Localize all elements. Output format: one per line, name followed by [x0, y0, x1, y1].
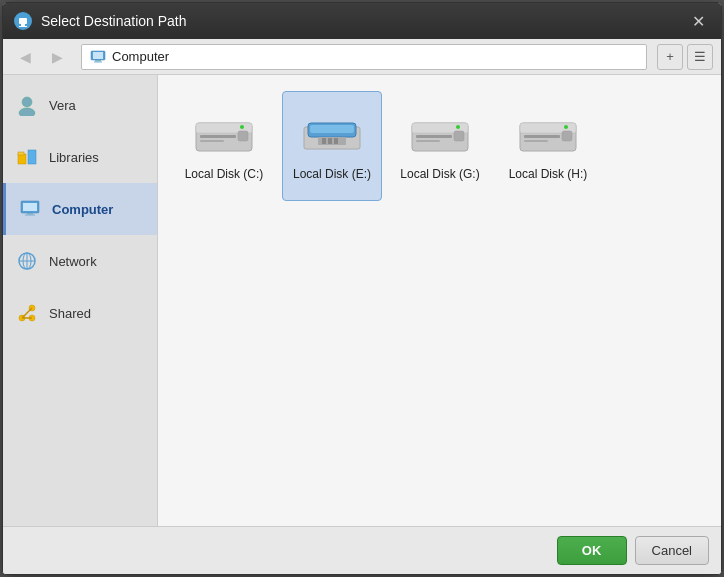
svg-rect-30 — [238, 131, 248, 141]
sidebar-label-shared: Shared — [49, 306, 91, 321]
svg-rect-43 — [454, 131, 464, 141]
forward-button[interactable]: ▶ — [43, 44, 71, 70]
drive-item-e[interactable]: Local Disk (E:) — [282, 91, 382, 201]
sidebar-item-vera[interactable]: Vera — [3, 79, 157, 131]
svg-rect-34 — [310, 125, 354, 133]
computer-icon — [90, 49, 106, 65]
footer: OK Cancel — [3, 526, 721, 574]
svg-rect-37 — [328, 138, 332, 144]
network-icon — [15, 249, 39, 273]
breadcrumb-text: Computer — [112, 49, 169, 64]
dialog-title: Select Destination Path — [41, 13, 685, 29]
svg-rect-36 — [322, 138, 326, 144]
sidebar-label-vera: Vera — [49, 98, 76, 113]
sidebar-item-network[interactable]: Network — [3, 235, 157, 287]
drive-label-g: Local Disk (G:) — [400, 167, 479, 181]
svg-rect-48 — [524, 140, 548, 142]
app-icon — [13, 11, 33, 31]
cancel-button[interactable]: Cancel — [635, 536, 709, 565]
drive-item-h[interactable]: Local Disk (H:) — [498, 91, 598, 201]
drive-label-c: Local Disk (C:) — [185, 167, 264, 181]
sidebar-item-shared[interactable]: Shared — [3, 287, 157, 339]
dialog: Select Destination Path ✕ ◀ ▶ Computer +… — [2, 2, 722, 575]
breadcrumb-bar: Computer — [81, 44, 647, 70]
ok-button[interactable]: OK — [557, 536, 627, 565]
drive-item-c[interactable]: Local Disk (C:) — [174, 91, 274, 201]
sidebar-item-computer[interactable]: Computer — [3, 183, 157, 235]
svg-rect-7 — [94, 61, 102, 62]
sidebar-label-network: Network — [49, 254, 97, 269]
svg-point-50 — [564, 125, 568, 129]
drive-icon-c — [192, 111, 256, 159]
svg-rect-16 — [25, 215, 35, 216]
svg-rect-41 — [416, 135, 452, 138]
view-toggle-button[interactable]: ☰ — [687, 44, 713, 70]
svg-rect-3 — [19, 26, 27, 27]
sidebar-label-libraries: Libraries — [49, 150, 99, 165]
drive-icon-h — [516, 111, 580, 159]
svg-point-8 — [22, 97, 32, 107]
svg-rect-15 — [27, 213, 33, 215]
svg-rect-14 — [23, 203, 37, 211]
svg-point-44 — [456, 125, 460, 129]
user-icon — [15, 93, 39, 117]
svg-rect-12 — [28, 150, 36, 164]
drive-icon-g — [408, 111, 472, 159]
svg-rect-10 — [18, 154, 26, 164]
computer-sidebar-icon — [18, 197, 42, 221]
svg-rect-29 — [200, 140, 224, 142]
toolbar-actions: + ☰ — [657, 44, 713, 70]
main-panel: Local Disk (C:) — [158, 75, 721, 526]
new-folder-button[interactable]: + — [657, 44, 683, 70]
drive-label-h: Local Disk (H:) — [509, 167, 588, 181]
back-button[interactable]: ◀ — [11, 44, 39, 70]
svg-rect-38 — [334, 138, 338, 144]
libraries-icon — [15, 145, 39, 169]
drive-label-e: Local Disk (E:) — [293, 167, 371, 181]
svg-point-9 — [19, 108, 35, 116]
svg-rect-28 — [200, 135, 236, 138]
svg-rect-1 — [19, 18, 27, 24]
toolbar: ◀ ▶ Computer + ☰ — [3, 39, 721, 75]
drive-icon-e — [300, 111, 364, 159]
svg-rect-11 — [18, 152, 24, 155]
sidebar-item-libraries[interactable]: Libraries — [3, 131, 157, 183]
svg-rect-6 — [95, 60, 101, 62]
svg-point-31 — [240, 125, 244, 129]
svg-rect-2 — [21, 24, 25, 26]
close-button[interactable]: ✕ — [685, 8, 711, 34]
svg-rect-5 — [93, 52, 103, 59]
sidebar: Vera Libraries — [3, 75, 158, 526]
title-bar: Select Destination Path ✕ — [3, 3, 721, 39]
svg-rect-49 — [562, 131, 572, 141]
sidebar-label-computer: Computer — [52, 202, 113, 217]
svg-rect-42 — [416, 140, 440, 142]
content-area: Vera Libraries — [3, 75, 721, 526]
drive-item-g[interactable]: Local Disk (G:) — [390, 91, 490, 201]
shared-icon — [15, 301, 39, 325]
svg-rect-47 — [524, 135, 560, 138]
